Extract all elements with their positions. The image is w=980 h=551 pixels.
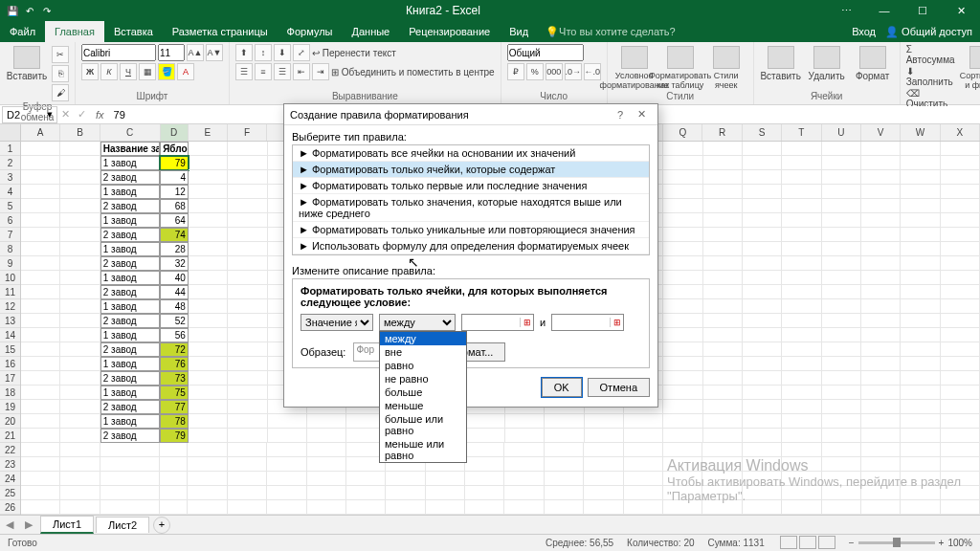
- cell[interactable]: [782, 371, 821, 386]
- sheet-nav-prev-icon[interactable]: ◀: [0, 518, 19, 531]
- cell[interactable]: [782, 256, 821, 271]
- cell[interactable]: [703, 199, 743, 213]
- row-header[interactable]: 21: [0, 429, 20, 443]
- cell[interactable]: [822, 256, 861, 271]
- cell[interactable]: [307, 500, 346, 515]
- cell[interactable]: [100, 457, 160, 472]
- cell[interactable]: [703, 357, 743, 371]
- cell[interactable]: [60, 457, 100, 472]
- cell[interactable]: [663, 328, 702, 342]
- cell[interactable]: [861, 443, 901, 457]
- cell[interactable]: [21, 328, 60, 342]
- undo-icon[interactable]: ↶: [23, 4, 36, 17]
- cell[interactable]: [228, 414, 267, 429]
- cell[interactable]: [228, 429, 267, 443]
- cell[interactable]: [941, 357, 980, 371]
- cell[interactable]: [941, 156, 980, 170]
- font-color-icon[interactable]: A: [177, 63, 194, 80]
- cell[interactable]: [228, 242, 267, 256]
- align-center-icon[interactable]: ≡: [255, 63, 272, 80]
- cell[interactable]: [624, 414, 663, 429]
- cell[interactable]: 2 завод: [100, 314, 160, 328]
- cell[interactable]: [624, 500, 663, 515]
- orientation-icon[interactable]: ⤢: [293, 44, 310, 61]
- cell[interactable]: [21, 472, 60, 486]
- cell[interactable]: [267, 443, 306, 457]
- cell[interactable]: 77: [160, 400, 189, 414]
- fill-button[interactable]: ⬇ Заполнить: [906, 66, 959, 87]
- cell[interactable]: [901, 400, 940, 414]
- minimize-icon[interactable]: —: [865, 0, 903, 21]
- cell[interactable]: 2 завод: [100, 429, 160, 443]
- cell[interactable]: [189, 271, 228, 285]
- align-right-icon[interactable]: ☰: [274, 63, 291, 80]
- cell[interactable]: 79: [160, 156, 189, 170]
- cell[interactable]: [60, 472, 100, 486]
- row-header[interactable]: 6: [0, 213, 20, 228]
- cell[interactable]: [188, 486, 227, 500]
- cell[interactable]: [21, 486, 60, 500]
- row-header[interactable]: 12: [0, 299, 20, 314]
- cell[interactable]: [941, 414, 980, 429]
- cell[interactable]: [901, 170, 940, 185]
- cell[interactable]: [21, 199, 60, 213]
- cell[interactable]: [267, 472, 306, 486]
- align-bottom-icon[interactable]: ⬇: [274, 44, 291, 61]
- col-header-F[interactable]: F: [228, 124, 267, 141]
- copy-icon[interactable]: ⎘: [52, 65, 69, 82]
- cell[interactable]: [189, 400, 228, 414]
- cell[interactable]: [782, 271, 821, 285]
- row-header[interactable]: 19: [0, 400, 20, 414]
- cell[interactable]: [663, 170, 702, 185]
- cell[interactable]: [941, 443, 980, 457]
- cell[interactable]: [189, 429, 228, 443]
- cell[interactable]: [782, 299, 821, 314]
- cell[interactable]: [663, 199, 702, 213]
- cell[interactable]: [743, 342, 782, 357]
- cell[interactable]: [822, 314, 861, 328]
- cell[interactable]: 1 завод: [100, 328, 160, 342]
- row-header[interactable]: 23: [0, 457, 20, 472]
- cell[interactable]: 73: [160, 371, 189, 386]
- cell[interactable]: 2 завод: [100, 256, 160, 271]
- cell[interactable]: [703, 256, 743, 271]
- cell[interactable]: 79: [160, 429, 189, 443]
- cell[interactable]: [188, 457, 227, 472]
- cell[interactable]: [228, 299, 267, 314]
- row-header[interactable]: 5: [0, 199, 20, 213]
- align-middle-icon[interactable]: ↕: [255, 44, 272, 61]
- operator-option[interactable]: больше или равно: [380, 412, 466, 437]
- cell[interactable]: [228, 285, 267, 299]
- cell[interactable]: [189, 256, 228, 271]
- cell[interactable]: [188, 472, 227, 486]
- cell[interactable]: [743, 400, 782, 414]
- col-header-W[interactable]: W: [901, 124, 940, 141]
- insert-cells-button[interactable]: Вставить: [760, 44, 802, 81]
- cell[interactable]: [267, 500, 306, 515]
- cell[interactable]: [663, 342, 702, 357]
- cut-icon[interactable]: ✂: [52, 46, 69, 63]
- cell[interactable]: [941, 142, 980, 156]
- cell[interactable]: [21, 386, 60, 400]
- number-format-select[interactable]: [507, 44, 584, 61]
- cell[interactable]: [545, 443, 584, 457]
- format-painter-icon[interactable]: 🖌: [52, 84, 69, 101]
- cell[interactable]: [822, 242, 861, 256]
- col-header-D[interactable]: D: [161, 124, 189, 141]
- cell[interactable]: [743, 256, 782, 271]
- cell[interactable]: [782, 213, 821, 228]
- cell[interactable]: 1 завод: [100, 242, 160, 256]
- cell[interactable]: [307, 414, 346, 429]
- col-header-B[interactable]: B: [60, 124, 100, 141]
- cell[interactable]: [663, 285, 702, 299]
- cell[interactable]: [386, 472, 425, 486]
- cell[interactable]: [703, 299, 743, 314]
- cell[interactable]: [60, 213, 100, 228]
- cell[interactable]: [861, 386, 901, 400]
- cell[interactable]: 2 завод: [100, 342, 160, 357]
- cell[interactable]: 2 завод: [100, 285, 160, 299]
- cell[interactable]: 2 завод: [100, 400, 160, 414]
- cell[interactable]: [100, 443, 160, 457]
- row-header[interactable]: 9: [0, 256, 20, 271]
- cell[interactable]: [584, 486, 623, 500]
